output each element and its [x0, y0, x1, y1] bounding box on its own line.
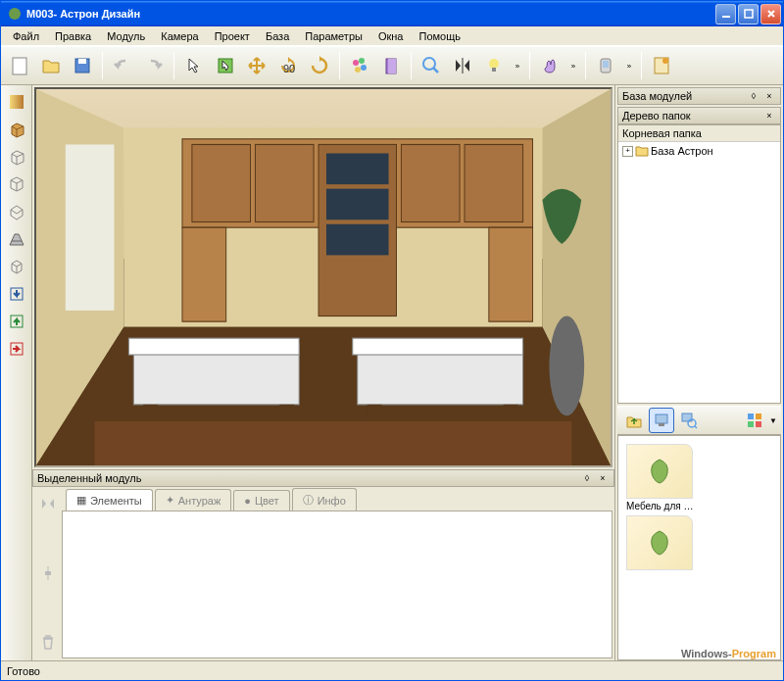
menu-camera[interactable]: Камера — [153, 28, 206, 44]
svg-rect-54 — [45, 571, 51, 575]
rotate-90-icon[interactable]: 90 — [273, 51, 303, 80]
redo-icon[interactable] — [139, 51, 169, 80]
tab-entourage[interactable]: ✦Антураж — [155, 489, 232, 511]
svg-rect-19 — [603, 61, 609, 68]
zoom-icon[interactable] — [416, 51, 446, 80]
svg-point-21 — [662, 58, 668, 64]
svg-rect-34 — [255, 144, 314, 221]
tab-elements[interactable]: ▦Элементы — [66, 489, 153, 511]
thumb-item[interactable]: Мебель для д... — [626, 444, 697, 511]
menu-base[interactable]: База — [258, 28, 297, 44]
svg-rect-35 — [401, 144, 460, 221]
titlebar: М003- Астрон Дизайн — [1, 1, 783, 26]
menu-params[interactable]: Параметры — [297, 28, 370, 44]
star-small-icon: ✦ — [166, 494, 174, 507]
save-icon[interactable] — [68, 51, 97, 80]
panel-pin-icon[interactable]: ◊ — [747, 89, 760, 103]
panel-pin-icon[interactable]: ◊ — [580, 471, 594, 485]
slider-icon[interactable] — [37, 562, 59, 584]
menu-module[interactable]: Модуль — [99, 28, 153, 44]
cube-wire-1-icon[interactable] — [4, 144, 29, 170]
folder-up-icon[interactable] — [621, 408, 647, 433]
svg-rect-61 — [756, 413, 761, 419]
device-icon[interactable] — [591, 51, 620, 80]
new-icon[interactable] — [5, 51, 34, 80]
circle-small-icon: ● — [244, 495, 251, 507]
undo-icon[interactable] — [108, 51, 137, 80]
app-icon — [7, 6, 23, 22]
rotate-icon[interactable] — [305, 51, 334, 80]
trash-icon[interactable] — [37, 631, 59, 653]
watermark: Windows-Program — [681, 644, 776, 661]
svg-rect-1 — [722, 16, 730, 18]
expand-icon[interactable]: + — [622, 146, 633, 157]
mirror-small-icon[interactable] — [37, 493, 59, 514]
svg-rect-31 — [66, 144, 115, 310]
selected-module-title: Выделенный модуль — [37, 472, 141, 484]
tab-color[interactable]: ●Цвет — [233, 490, 289, 511]
menubar: Файл Правка Модуль Камера Проект База Па… — [1, 26, 783, 46]
search-computer-icon[interactable] — [676, 408, 702, 433]
close-button[interactable] — [760, 4, 781, 24]
tab-content-area — [62, 511, 612, 658]
mirror-icon[interactable] — [448, 51, 477, 80]
menu-project[interactable]: Проект — [207, 28, 258, 44]
view-grid-icon[interactable] — [742, 408, 767, 433]
computer-icon[interactable] — [649, 408, 674, 433]
cube-solid-icon[interactable] — [4, 117, 29, 142]
svg-rect-17 — [492, 68, 496, 72]
grid-small-icon: ▦ — [76, 494, 86, 507]
svg-point-16 — [489, 59, 499, 69]
door-icon[interactable] — [376, 51, 406, 80]
panel-close-icon[interactable]: × — [596, 471, 610, 485]
svg-rect-39 — [326, 189, 389, 220]
arrow-right-icon[interactable] — [4, 336, 29, 362]
tab-info[interactable]: ⓘИнфо — [292, 488, 357, 511]
minimize-button[interactable] — [715, 4, 736, 24]
svg-rect-48 — [353, 338, 523, 355]
main-toolbar: 90 » » » — [1, 46, 783, 85]
menu-edit[interactable]: Правка — [47, 28, 99, 44]
sheet-icon[interactable] — [647, 51, 676, 80]
tree-item[interactable]: + База Астрон — [620, 144, 778, 158]
arrow-up-icon[interactable] — [4, 309, 29, 334]
toolbar-more-2[interactable]: » — [566, 51, 580, 80]
selected-module-header: Выделенный модуль ◊ × — [32, 469, 614, 487]
svg-point-51 — [549, 316, 584, 416]
perspective-icon[interactable] — [4, 226, 29, 252]
arrow-down-icon[interactable] — [4, 281, 29, 307]
3d-viewport[interactable] — [34, 87, 612, 467]
select-green-icon[interactable] — [211, 51, 240, 80]
statusbar: Готово — [1, 660, 783, 680]
svg-rect-13 — [388, 59, 396, 73]
svg-point-11 — [355, 67, 361, 73]
box-gradient-icon[interactable] — [4, 89, 29, 115]
bulb-icon[interactable] — [479, 51, 509, 80]
svg-rect-38 — [326, 154, 389, 185]
cube-iso-icon[interactable] — [4, 254, 29, 279]
panel-close-icon[interactable]: × — [762, 109, 776, 122]
menu-file[interactable]: Файл — [5, 28, 47, 44]
toolbar-more-1[interactable]: » — [511, 51, 524, 80]
svg-rect-33 — [192, 144, 251, 221]
maximize-button[interactable] — [738, 4, 759, 24]
svg-rect-5 — [78, 59, 86, 64]
panel-close-icon[interactable]: × — [762, 89, 776, 103]
palette-icon[interactable] — [345, 51, 374, 80]
menu-help[interactable]: Помощь — [411, 28, 468, 44]
module-base-header: База модулей ◊× — [617, 87, 781, 105]
toolbar-more-3[interactable]: » — [622, 51, 636, 80]
status-text: Готово — [7, 665, 40, 677]
svg-rect-36 — [465, 144, 523, 221]
cube-wire-3-icon[interactable] — [4, 199, 29, 224]
thumb-item[interactable] — [626, 515, 697, 572]
menu-windows[interactable]: Окна — [370, 28, 412, 44]
move-icon[interactable] — [242, 51, 271, 80]
hand-icon[interactable] — [535, 51, 564, 80]
dropdown-icon[interactable]: ▼ — [769, 416, 777, 425]
open-icon[interactable] — [36, 51, 66, 80]
svg-rect-62 — [748, 421, 754, 427]
cube-wire-2-icon[interactable] — [4, 171, 29, 197]
folder-icon — [635, 145, 649, 157]
select-icon[interactable] — [179, 51, 209, 80]
